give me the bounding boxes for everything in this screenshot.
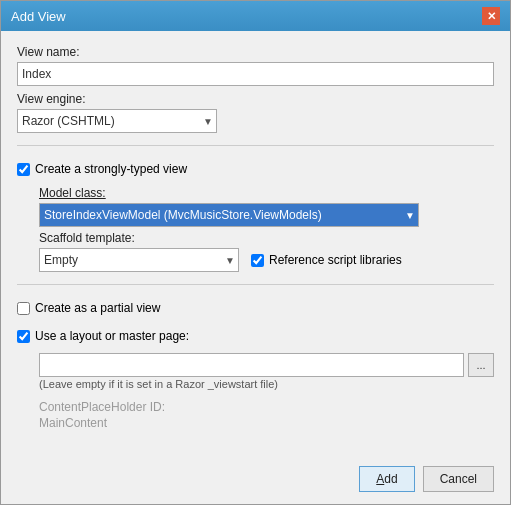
content-placeholder-section: ContentPlaceHolder ID: MainContent [39,396,494,430]
strongly-typed-row: Create a strongly-typed view [17,162,494,176]
layout-path-input[interactable] [39,353,464,377]
scaffold-template-label: Scaffold template: [39,231,494,245]
dialog-body: View name: View engine: Razor (CSHTML) A… [1,31,510,458]
dialog-footer: Add Cancel [1,458,510,504]
content-placeholder-label: ContentPlaceHolder ID: [39,400,494,414]
scaffold-template-section: Scaffold template: Empty Create Delete D… [39,231,494,272]
ref-scripts-label[interactable]: Reference script libraries [269,253,402,267]
scaffold-select-wrapper: Empty Create Delete Details Edit List ▼ [39,248,239,272]
scaffold-template-select[interactable]: Empty Create Delete Details Edit List [39,248,239,272]
partial-view-row: Create as a partial view [17,301,494,315]
view-engine-select[interactable]: Razor (CSHTML) ASPX [17,109,217,133]
typed-view-section: Model class: StoreIndexViewModel (MvcMus… [39,186,494,272]
model-class-section: Model class: StoreIndexViewModel (MvcMus… [39,186,494,227]
use-layout-row: Use a layout or master page: [17,329,494,343]
browse-button[interactable]: ... [468,353,494,377]
strongly-typed-label[interactable]: Create a strongly-typed view [35,162,187,176]
partial-view-label[interactable]: Create as a partial view [35,301,160,315]
divider-2 [17,284,494,285]
layout-input-row: ... [39,353,494,377]
ref-scripts-row: Reference script libraries [251,253,402,267]
divider-1 [17,145,494,146]
view-engine-section: View engine: Razor (CSHTML) ASPX ▼ [17,92,494,133]
scaffold-row: Empty Create Delete Details Edit List ▼ … [39,248,494,272]
partial-view-checkbox[interactable] [17,302,30,315]
add-button[interactable]: Add [359,466,414,492]
ref-scripts-checkbox[interactable] [251,254,264,267]
cancel-button[interactable]: Cancel [423,466,494,492]
view-engine-label: View engine: [17,92,494,106]
view-engine-wrapper: Razor (CSHTML) ASPX ▼ [17,109,217,133]
model-class-select[interactable]: StoreIndexViewModel (MvcMusicStore.ViewM… [39,203,419,227]
model-class-wrapper: StoreIndexViewModel (MvcMusicStore.ViewM… [39,203,419,227]
use-layout-checkbox[interactable] [17,330,30,343]
use-layout-label[interactable]: Use a layout or master page: [35,329,189,343]
content-placeholder-value: MainContent [39,416,494,430]
add-view-dialog: Add View ✕ View name: View engine: Razor… [0,0,511,505]
model-class-label: Model class: [39,186,494,200]
close-button[interactable]: ✕ [482,7,500,25]
view-name-section: View name: [17,45,494,86]
view-name-input[interactable] [17,62,494,86]
strongly-typed-checkbox[interactable] [17,163,30,176]
title-bar: Add View ✕ [1,1,510,31]
layout-section: ... (Leave empty if it is set in a Razor… [39,353,494,390]
layout-hint: (Leave empty if it is set in a Razor _vi… [39,378,494,390]
dialog-title: Add View [11,9,66,24]
view-name-label: View name: [17,45,494,59]
